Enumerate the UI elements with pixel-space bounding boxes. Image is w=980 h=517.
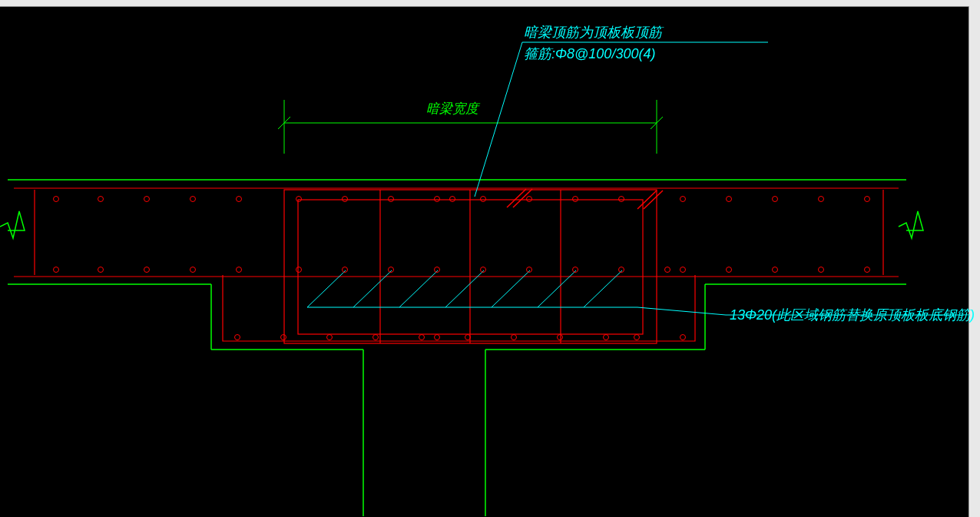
rebar-dot [190, 196, 196, 202]
rebar-dot [572, 267, 578, 273]
rebar-dot [864, 196, 870, 202]
svg-line-31 [492, 270, 530, 307]
svg-line-27 [307, 270, 346, 307]
rebar-dot [190, 267, 196, 273]
rebar-dot [342, 196, 348, 202]
rebar-dot [326, 334, 333, 340]
rebar-dot [465, 334, 471, 340]
svg-line-35 [637, 307, 726, 315]
svg-line-33 [584, 270, 622, 307]
rebar-dot [680, 334, 686, 340]
rebar-dot [634, 334, 640, 340]
rebar-dot [236, 267, 242, 273]
rebar-dot [280, 334, 286, 340]
cad-drawing [0, 0, 980, 517]
rebar-dot [818, 196, 824, 202]
svg-line-32 [538, 270, 576, 307]
rebar-dot [664, 267, 670, 273]
rebar-dot [618, 196, 624, 202]
cad-viewport[interactable]: 暗梁顶筋为顶板板顶筋 箍筋:Φ8@100/300(4) 暗梁宽度 13Φ20(此… [0, 0, 980, 517]
rebar-dot [419, 334, 425, 340]
rebar-dot [342, 267, 348, 273]
rebar-dot [557, 334, 563, 340]
rebar-dot [772, 267, 778, 273]
rebar-dot [480, 267, 486, 273]
svg-line-30 [445, 270, 484, 307]
rebar-dot [434, 267, 440, 273]
rebar-dot [372, 334, 379, 340]
rebar-dot [572, 196, 578, 202]
rebar-dot [53, 196, 59, 202]
svg-line-28 [353, 270, 392, 307]
annotation-right1: 13Φ20(此区域钢筋替换原顶板板底钢筋) [730, 306, 975, 324]
dimension-label-beam-width: 暗梁宽度 [426, 100, 478, 118]
rebar-dot [98, 267, 104, 273]
rebar-dot [511, 334, 517, 340]
rebar-dot [726, 196, 732, 202]
leader-lines [307, 42, 964, 315]
rebar-dot [236, 196, 242, 202]
rebar-dot [296, 196, 302, 202]
rebar-dot [449, 196, 455, 202]
rebar-dot [480, 196, 486, 202]
rebar-dot [726, 267, 732, 273]
rebar-dot [618, 267, 624, 273]
rebar-dot [434, 196, 440, 202]
rebar-dot [526, 267, 532, 273]
svg-line-26 [475, 42, 522, 197]
rebar-dot [603, 334, 609, 340]
rebar-dot [53, 267, 59, 273]
rebar-dot [772, 196, 778, 202]
rebar-dot [818, 267, 824, 273]
rebar-dot [144, 267, 150, 273]
svg-line-29 [399, 270, 438, 307]
concrete-outline [0, 180, 923, 516]
rebar-dot [234, 334, 240, 340]
rebar-dot [388, 196, 394, 202]
rebar-dot [144, 196, 150, 202]
rebar-dot [434, 334, 440, 340]
rebar-dot [680, 267, 686, 273]
rebar-dot [864, 267, 870, 273]
rebar-dot [296, 267, 302, 273]
rebar-dot [526, 196, 532, 202]
annotation-top1: 暗梁顶筋为顶板板顶筋 [524, 23, 662, 41]
annotation-top2: 箍筋:Φ8@100/300(4) [524, 45, 655, 63]
rebar-dot [388, 267, 394, 273]
rebar-dot [98, 196, 104, 202]
rebar-dot [680, 196, 686, 202]
